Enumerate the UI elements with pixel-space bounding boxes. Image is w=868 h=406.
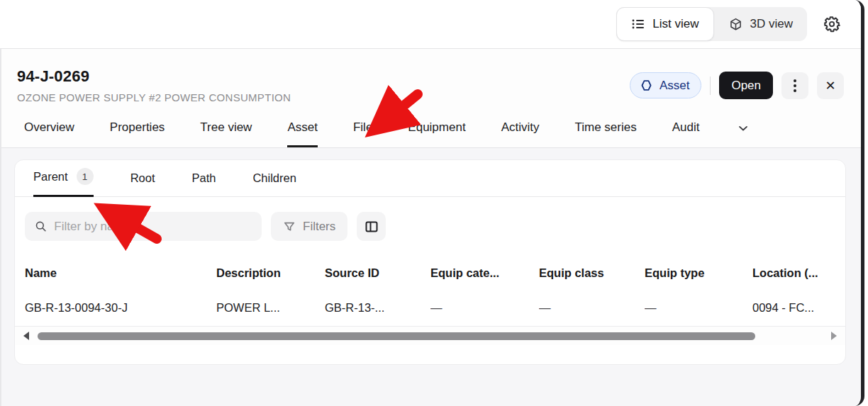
open-button[interactable]: Open — [719, 72, 773, 99]
column-header-equip-class[interactable]: Equip class — [539, 266, 645, 280]
cell-equip-type: — — [645, 301, 752, 315]
settings-button[interactable] — [820, 12, 844, 36]
table-header-row: Name Description Source ID Equip cate...… — [15, 256, 845, 289]
chevron-down-icon — [736, 121, 750, 135]
scroll-left-icon[interactable] — [23, 332, 29, 340]
filters-button[interactable]: Filters — [271, 212, 347, 241]
split-columns-icon — [365, 220, 379, 234]
panel-header: 94-J-0269 OZONE POWER SUPPLY #2 POWER CO… — [1, 49, 861, 148]
cell-name[interactable]: GB-R-13-0094-30-J — [25, 301, 216, 315]
tab-file[interactable]: File — [353, 120, 372, 147]
subtab-root[interactable]: Root — [130, 171, 155, 197]
header-actions: Asset Open ✕ — [630, 72, 844, 99]
hexagon-icon — [640, 79, 653, 92]
tab-audit[interactable]: Audit — [672, 120, 700, 147]
tab-bar: Overview Properties Tree view Asset File… — [1, 103, 861, 147]
column-header-equip-category[interactable]: Equip cate... — [430, 266, 539, 280]
threed-view-button[interactable]: 3D view — [714, 7, 807, 41]
tab-properties[interactable]: Properties — [110, 120, 165, 147]
scrollbar-track[interactable] — [36, 332, 824, 340]
top-bar: List view 3D view — [0, 0, 861, 48]
gear-icon — [823, 15, 841, 33]
tab-overview[interactable]: Overview — [24, 120, 74, 147]
close-button[interactable]: ✕ — [817, 72, 844, 99]
cell-source-id: GB-R-13-... — [325, 301, 430, 315]
tab-time-series[interactable]: Time series — [574, 120, 636, 147]
kebab-icon — [794, 84, 796, 87]
tab-activity[interactable]: Activity — [501, 120, 540, 147]
subtab-parent[interactable]: Parent 1 — [33, 168, 94, 197]
close-icon: ✕ — [825, 79, 835, 92]
table-row[interactable]: GB-R-13-0094-30-J POWER L... GB-R-13-...… — [15, 289, 845, 326]
tab-tree-view[interactable]: Tree view — [200, 120, 252, 147]
list-view-button[interactable]: List view — [616, 7, 713, 41]
list-icon — [631, 17, 645, 31]
subtab-children[interactable]: Children — [252, 171, 296, 197]
cell-location: 0094 - FC... — [752, 301, 845, 315]
more-actions-button[interactable] — [781, 72, 808, 99]
tab-equipment[interactable]: Equipment — [408, 120, 465, 147]
scrollbar-thumb[interactable] — [38, 332, 755, 340]
scroll-right-icon[interactable] — [831, 332, 837, 340]
asset-chip-label: Asset — [660, 79, 690, 93]
list-view-label: List view — [652, 17, 699, 31]
relation-subtabs: Parent 1 Root Path Children — [15, 160, 845, 197]
cell-description: POWER L... — [216, 301, 325, 315]
tabs-overflow-button[interactable] — [736, 121, 750, 147]
search-icon — [35, 220, 47, 233]
page-subtitle: OZONE POWER SUPPLY #2 POWER CONSUMPTION — [17, 91, 291, 103]
table-toolbar: Filters — [15, 197, 845, 256]
tab-asset[interactable]: Asset — [287, 120, 318, 147]
column-settings-button[interactable] — [357, 212, 386, 241]
column-header-name[interactable]: Name — [25, 266, 216, 280]
column-header-source-id[interactable]: Source ID — [325, 266, 430, 280]
page-title: 94-J-0269 — [17, 67, 291, 86]
funnel-icon — [283, 220, 296, 233]
app-window: List view 3D view — [0, 0, 864, 406]
asset-type-chip[interactable]: Asset — [630, 72, 702, 98]
filter-input[interactable] — [54, 220, 252, 234]
column-header-location[interactable]: Location (... — [752, 266, 845, 280]
threed-view-label: 3D view — [750, 17, 793, 31]
horizontal-scrollbar[interactable] — [15, 326, 845, 345]
parent-count-badge: 1 — [77, 168, 94, 185]
detail-panel: 94-J-0269 OZONE POWER SUPPLY #2 POWER CO… — [0, 48, 861, 406]
column-header-equip-type[interactable]: Equip type — [645, 266, 752, 280]
subtab-path[interactable]: Path — [191, 171, 216, 197]
cube-icon — [728, 17, 743, 32]
cell-equip-class: — — [539, 301, 645, 315]
cell-equip-category: — — [430, 301, 539, 315]
actions-divider — [710, 77, 711, 95]
column-header-description[interactable]: Description — [216, 266, 325, 280]
view-toggle: List view 3D view — [616, 7, 807, 41]
screenshot-stage: List view 3D view — [0, 0, 868, 406]
relations-card: Parent 1 Root Path Children — [14, 159, 846, 365]
filter-search-box[interactable] — [25, 212, 262, 241]
